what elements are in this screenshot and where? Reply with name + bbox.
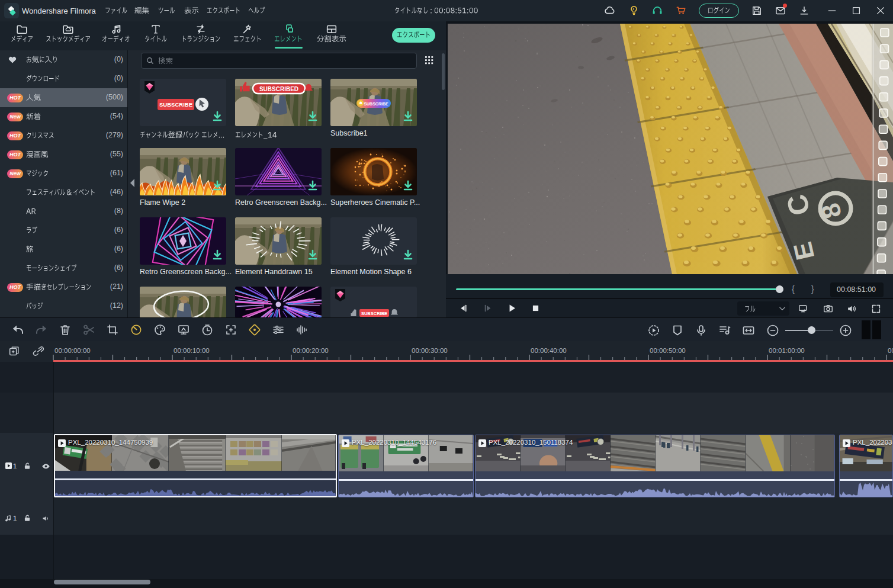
- svg-text:SUBSCRIBE: SUBSCRIBE: [159, 101, 192, 108]
- svg-text:SUBSCRIBE: SUBSCRIBE: [361, 311, 387, 316]
- svg-text:SUBSCRIBE: SUBSCRIBE: [364, 102, 388, 106]
- svg-text:SUBSCRIBED: SUBSCRIBED: [259, 86, 298, 92]
